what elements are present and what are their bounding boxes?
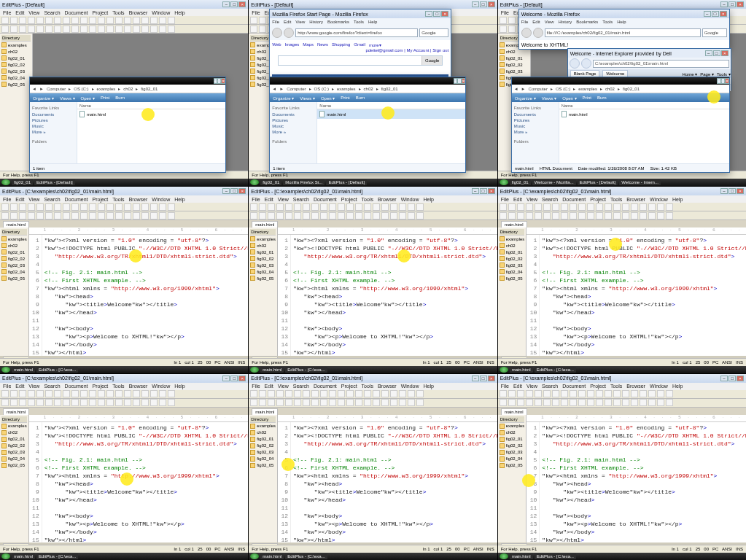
toolbar-icon[interactable] xyxy=(159,26,166,33)
toolbar-icon[interactable] xyxy=(71,17,79,24)
menu-file[interactable]: File xyxy=(3,10,11,15)
toolbar-icon[interactable] xyxy=(10,17,18,24)
toolbar-icon[interactable] xyxy=(500,26,507,33)
toolbar-icon[interactable] xyxy=(150,17,158,24)
fwd-icon[interactable]: ► xyxy=(521,87,526,91)
firefox-navbar[interactable]: http://www.google.com/firefox?client=fir… xyxy=(270,26,451,40)
toolbar-icon[interactable] xyxy=(168,26,175,33)
file-explorer[interactable]: –□× ◄► Computer ▸ OS (C:) ▸ examples ▸ c… xyxy=(29,77,226,173)
editor-tab[interactable]: main.html xyxy=(3,221,29,228)
directory-sidebar[interactable]: Directoryexamplesch02fig02_01fig02_02fig… xyxy=(249,415,278,542)
toolbar-icon[interactable] xyxy=(45,17,53,24)
toolbar-icon[interactable] xyxy=(19,26,26,33)
firefox-window-local[interactable]: Welcome - Mozilla Firefox–□× FileEditVie… xyxy=(518,9,730,50)
toolbar-icon[interactable] xyxy=(54,17,61,24)
menu-file[interactable]: File xyxy=(252,10,260,15)
dir-fig02_03[interactable]: fig02_03 xyxy=(1,68,31,74)
toolbar-icon[interactable] xyxy=(89,26,96,33)
file-explorer[interactable]: –□× ◄► Computer ▸ OS (C:) ▸ examples ▸ c… xyxy=(269,77,466,173)
toolbar-icon[interactable] xyxy=(115,26,123,33)
toolbar-icon[interactable] xyxy=(141,17,149,24)
google-navtabs[interactable]: WebImagesMapsNewsShoppingGmailmore▾ xyxy=(272,42,448,47)
firefox-urlbar[interactable]: file:///C:/examples/ch02/fig02_01/main.h… xyxy=(545,28,701,37)
toolbar-1[interactable] xyxy=(0,16,248,25)
toolbar-icon[interactable] xyxy=(45,26,53,33)
editor-tab[interactable]: main.html xyxy=(501,221,527,228)
toolbar-icon[interactable] xyxy=(106,26,114,33)
editor-tab[interactable]: main.html xyxy=(252,408,278,415)
dir-fig02_02[interactable]: fig02_02 xyxy=(500,61,529,68)
menu-window[interactable]: Window xyxy=(152,10,170,15)
toolbar-icon[interactable] xyxy=(133,26,140,33)
code-area[interactable]: "kw"><?xml version = "1.0" encoding = "u… xyxy=(42,422,249,542)
dir-examples[interactable]: examples xyxy=(1,42,31,48)
dir-fig02_01[interactable]: fig02_01 xyxy=(1,55,31,61)
google-searchbox[interactable]: Google xyxy=(278,55,443,66)
toolbar-icon[interactable] xyxy=(500,17,507,24)
toolbar-icon[interactable] xyxy=(259,26,266,33)
toolbar-2[interactable] xyxy=(0,25,248,34)
toolbar-icon[interactable] xyxy=(168,17,175,24)
toolbar-icon[interactable] xyxy=(80,26,88,33)
menu-search[interactable]: Search xyxy=(44,10,60,15)
toolbar-icon[interactable] xyxy=(133,17,140,24)
toolbar-icon[interactable] xyxy=(98,26,105,33)
explorer-breadcrumb[interactable]: ◄► Computer ▸ OS (C:) ▸ examples ▸ ch02 … xyxy=(30,85,225,93)
fwd-icon[interactable]: ► xyxy=(39,87,44,91)
menu-view[interactable]: View xyxy=(28,10,39,15)
code-area[interactable]: "kw"><?xml version = "1.0" encoding = "u… xyxy=(540,422,746,542)
toolbar-icon[interactable] xyxy=(150,26,158,33)
taskbar[interactable]: fig02_01EditPlus - [Default] xyxy=(0,179,248,186)
toolbar-icon[interactable] xyxy=(508,17,516,24)
google-account[interactable]: pdeitel@gmail.com | My Account | Sign ou… xyxy=(272,48,448,52)
firefox-menubar[interactable]: FileEditViewHistoryBookmarksToolsHelp xyxy=(270,18,451,26)
toolbar-icon[interactable] xyxy=(1,17,9,24)
ie-urlbar[interactable]: C:\examples\ch02\fig02_01\main.html xyxy=(593,60,729,68)
dir-ch02[interactable]: ch02 xyxy=(1,48,31,55)
toolbar-icon[interactable] xyxy=(141,26,149,33)
firefox-searchbox[interactable]: Google xyxy=(419,28,448,37)
toolbar-icon[interactable] xyxy=(63,17,70,24)
firefox-window[interactable]: Mozilla Firefox Start Page - Mozilla Fir… xyxy=(269,9,451,80)
toolbar-icon[interactable] xyxy=(250,17,257,24)
dir-fig02_04[interactable]: fig02_04 xyxy=(1,74,31,81)
toolbar-icon[interactable] xyxy=(54,26,61,33)
firefox-urlbar[interactable]: http://www.google.com/firefox?client=fir… xyxy=(295,28,418,37)
toolbar-icon[interactable] xyxy=(36,26,44,33)
back-icon[interactable]: ◄ xyxy=(272,87,276,91)
directory-sidebar[interactable]: Directoryexamplesch02fig02_01fig02_02fig… xyxy=(0,415,29,542)
toolbar-icon[interactable] xyxy=(159,17,166,24)
back-icon[interactable]: ◄ xyxy=(514,87,518,91)
toolbar-icon[interactable] xyxy=(98,17,105,24)
menu-tools[interactable]: Tools xyxy=(112,10,124,15)
directory-sidebar[interactable]: Directoryexamplesch02fig02_01fig02_02fig… xyxy=(498,228,527,355)
code-area[interactable]: "kw"><?xml version = "1.0" encoding = "u… xyxy=(42,235,249,355)
editor-tab[interactable]: main.html xyxy=(3,408,29,415)
menu-project[interactable]: Project xyxy=(92,10,108,15)
menu-browser[interactable]: Browser xyxy=(129,10,148,15)
toolbar-icon[interactable] xyxy=(36,17,44,24)
menu-help[interactable]: Help xyxy=(174,10,184,15)
file-explorer[interactable]: –□× ◄► Computer ▸ OS (C:) ▸ examples ▸ c… xyxy=(511,77,730,173)
toolbar-icon[interactable] xyxy=(28,17,35,24)
directory-sidebar[interactable]: Directoryexamplesch02fig02_01fig02_02fig… xyxy=(0,228,29,355)
toolbar-icon[interactable] xyxy=(89,17,96,24)
explorer-filelist[interactable]: Name main.html xyxy=(77,102,225,163)
toolbar-icon[interactable] xyxy=(508,26,516,33)
toolbar-icon[interactable] xyxy=(10,26,18,33)
dir-fig02_02[interactable]: fig02_02 xyxy=(1,61,31,68)
toolbar-icon[interactable] xyxy=(124,17,131,24)
dir-fig02_01[interactable]: fig02_01 xyxy=(500,55,529,61)
toolbar-icon[interactable] xyxy=(63,26,70,33)
menu-document[interactable]: Document xyxy=(65,10,88,15)
start-button[interactable] xyxy=(1,179,10,185)
toolbar-icon[interactable] xyxy=(71,26,79,33)
window-controls[interactable]: –□× xyxy=(222,1,246,7)
code-area[interactable]: "kw"><?xml version = "1.0" encoding = "u… xyxy=(540,235,746,355)
back-icon[interactable]: ◄ xyxy=(32,87,36,91)
toolbar-icon[interactable] xyxy=(80,17,88,24)
toolbar-icon[interactable] xyxy=(19,17,26,24)
toolbar-icon[interactable] xyxy=(259,17,266,24)
fwd-icon[interactable]: ► xyxy=(279,87,284,91)
toolbar-icon[interactable] xyxy=(250,26,257,33)
